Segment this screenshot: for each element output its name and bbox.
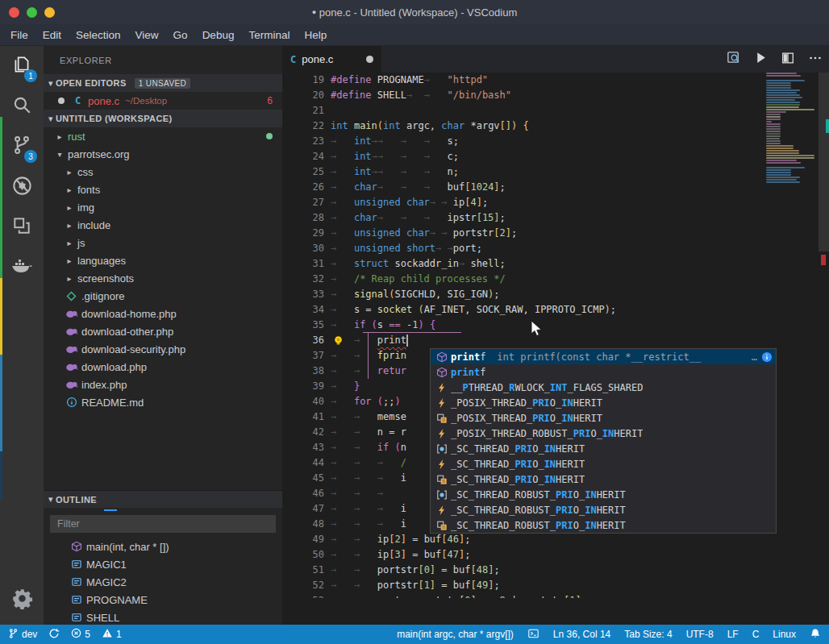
chevron-right-icon[interactable]: ▸ xyxy=(55,132,65,141)
code-line[interactable]: 19#define PROGNAME→ "httpd" xyxy=(282,73,829,88)
workspace-header[interactable]: ▾ UNTITLED (WORKSPACE) xyxy=(44,110,282,127)
tree-item-css[interactable]: ▸css xyxy=(44,163,282,181)
code-line[interactable]: 27→ unsigned char→ → ip[4]; xyxy=(282,195,829,210)
line-number[interactable]: 30 xyxy=(282,241,324,256)
tree-item-download-home-php[interactable]: download-home.php xyxy=(44,305,282,322)
preview-button[interactable] xyxy=(726,50,741,69)
suggestion-item[interactable]: _SC_THREAD_ROBUST_PRIO_INHERIT xyxy=(431,517,776,533)
more-actions-button[interactable] xyxy=(808,51,823,69)
menu-go[interactable]: Go xyxy=(166,26,195,44)
line-number[interactable]: 27 xyxy=(282,195,324,210)
outline-item-shell[interactable]: SHELL xyxy=(44,609,282,625)
suggestion-info-icon[interactable] xyxy=(761,351,773,363)
line-number[interactable]: 37 xyxy=(282,348,324,364)
tree-item-img[interactable]: ▸img xyxy=(44,198,282,216)
chevron-right-icon[interactable]: ▸ xyxy=(65,256,74,265)
outline-item-main-int-char[interactable]: main(int, char * []) xyxy=(44,538,282,555)
tree-item-download-security-php[interactable]: download-security.php xyxy=(44,340,282,358)
tree-item-js[interactable]: ▸js xyxy=(44,234,282,251)
line-number[interactable]: 24 xyxy=(282,149,324,164)
run-button[interactable] xyxy=(754,51,768,68)
status-eol[interactable]: LF xyxy=(727,629,739,640)
line-number[interactable]: 20 xyxy=(282,88,324,103)
suggestion-item[interactable]: _POSIX_THREAD_PRIO_INHERIT xyxy=(431,395,776,410)
activity-debug-button[interactable] xyxy=(0,167,44,207)
code-line[interactable]: 51→ → portstr[0] = buf[48]; xyxy=(282,563,829,578)
line-number[interactable]: 40 xyxy=(282,394,324,409)
code-line[interactable]: 32→ /* Reap child processes */ xyxy=(282,272,829,287)
line-number[interactable]: 32 xyxy=(282,272,324,287)
code-line[interactable]: 33→ signal(SIGCHLD, SIG_IGN); xyxy=(282,287,829,302)
code-line[interactable]: 53→ → port = portstr[0] << 8 | portstr[1… xyxy=(282,593,829,598)
menu-edit[interactable]: Edit xyxy=(35,26,69,44)
suggestion-item[interactable]: _SC_THREAD_PRIO_INHERIT xyxy=(431,456,776,472)
menu-terminal[interactable]: Terminal xyxy=(241,26,297,44)
line-number[interactable]: 25 xyxy=(282,164,324,180)
tree-item-readme-md[interactable]: README.md xyxy=(44,393,282,411)
open-editors-header[interactable]: ▾ OPEN EDITORS 1 UNSAVED xyxy=(44,74,282,92)
activity-source-control-button[interactable]: 3 xyxy=(0,127,44,167)
activity-docker-button[interactable] xyxy=(0,247,44,288)
chevron-right-icon[interactable]: ▸ xyxy=(65,185,74,194)
suggestion-item[interactable]: _SC_THREAD_ROBUST_PRIO_INHERIT xyxy=(431,487,776,502)
tree-item-gitignore[interactable]: .gitignore xyxy=(44,287,282,305)
code-line[interactable]: 21 xyxy=(282,103,829,118)
activity-settings-button[interactable] xyxy=(0,580,44,620)
line-number[interactable]: 53 xyxy=(282,593,324,598)
chevron-right-icon[interactable]: ▸ xyxy=(65,274,74,283)
menu-debug[interactable]: Debug xyxy=(195,26,242,44)
chevron-right-icon[interactable]: ▸ xyxy=(65,239,74,247)
status-terminal[interactable] xyxy=(527,628,539,642)
chevron-down-icon[interactable]: ▾ xyxy=(55,150,65,159)
menu-file[interactable]: File xyxy=(3,26,35,44)
outline-filter-input[interactable] xyxy=(50,515,276,533)
line-number[interactable]: 34 xyxy=(282,302,324,318)
lightbulb-icon[interactable] xyxy=(332,334,344,349)
status-language-mode[interactable]: C xyxy=(752,629,760,640)
activity-search-button[interactable] xyxy=(0,86,44,127)
code-line[interactable]: 29→ unsigned char→ → portstr[2]; xyxy=(282,226,829,241)
chevron-right-icon[interactable]: ▸ xyxy=(65,203,74,212)
tree-item-parrotsec-org[interactable]: ▾parrotsec.org xyxy=(44,145,282,163)
line-number[interactable]: 23 xyxy=(282,134,324,149)
status-cursor-position[interactable]: Ln 36, Col 14 xyxy=(553,629,610,640)
line-number[interactable]: 43 xyxy=(282,440,324,455)
code-line[interactable]: 49→ → ip[2] = buf[46]; xyxy=(282,532,829,547)
activity-explorer-button[interactable]: 1 xyxy=(0,46,44,86)
line-number[interactable]: 22 xyxy=(282,118,324,134)
menu-help[interactable]: Help xyxy=(297,26,334,44)
line-number[interactable]: 46 xyxy=(282,486,324,501)
line-number[interactable]: 42 xyxy=(282,425,324,440)
tree-item-download-other-php[interactable]: download-other.php xyxy=(44,322,282,340)
suggestion-item[interactable]: _SC_THREAD_ROBUST_PRIO_INHERIT xyxy=(431,502,776,517)
status-encoding[interactable]: UTF-8 xyxy=(686,629,714,640)
code-line[interactable]: 35→ if (s == -1) { xyxy=(282,318,829,333)
line-number[interactable]: 35 xyxy=(282,318,324,333)
tree-item-languages[interactable]: ▸languages xyxy=(44,251,282,269)
suggestion-item[interactable]: _POSIX_THREAD_PRIO_INHERIT xyxy=(431,410,776,426)
line-number[interactable]: 19 xyxy=(282,73,324,88)
suggestion-item[interactable]: _SC_THREAD_PRIO_INHERIT xyxy=(431,472,776,487)
outline-item-magic1[interactable]: MAGIC1 xyxy=(44,555,282,573)
status-warnings[interactable]: 1 xyxy=(102,628,122,641)
tree-item-include[interactable]: ▸include xyxy=(44,216,282,234)
vertical-scrollbar[interactable] xyxy=(819,73,829,598)
status-sync[interactable] xyxy=(48,628,60,642)
status-git-branch[interactable]: dev xyxy=(8,628,37,642)
open-editor-item-pone.c[interactable]: C pone.c ~/Desktop 6 xyxy=(44,92,282,110)
tab-dirty-dot-icon[interactable] xyxy=(366,56,373,63)
tree-item-download-php[interactable]: download.php xyxy=(44,358,282,376)
chevron-right-icon[interactable]: ▸ xyxy=(65,221,74,230)
tree-item-index-php[interactable]: index.php xyxy=(44,376,282,393)
chevron-right-icon[interactable]: ▸ xyxy=(65,168,74,177)
code-line[interactable]: 34→ s = socket (AF_INET, SOCK_RAW, IPPRO… xyxy=(282,302,829,318)
line-number[interactable]: 36 xyxy=(282,333,324,348)
line-number[interactable]: 44 xyxy=(282,455,324,471)
code-line[interactable]: 30→ unsigned short→ →port; xyxy=(282,241,829,256)
line-number[interactable]: 38 xyxy=(282,364,324,379)
code-line[interactable]: 31→ struct sockaddr_in→ shell; xyxy=(282,256,829,272)
suggestion-item[interactable]: printfint printf(const char *__restrict_… xyxy=(431,349,776,364)
code-line[interactable]: 25→ int→→ → → n; xyxy=(282,164,829,180)
suggestion-item[interactable]: __PTHREAD_RWLOCK_INT_FLAGS_SHARED xyxy=(431,380,776,395)
tab-pone.c[interactable]: C pone.c xyxy=(282,46,381,73)
